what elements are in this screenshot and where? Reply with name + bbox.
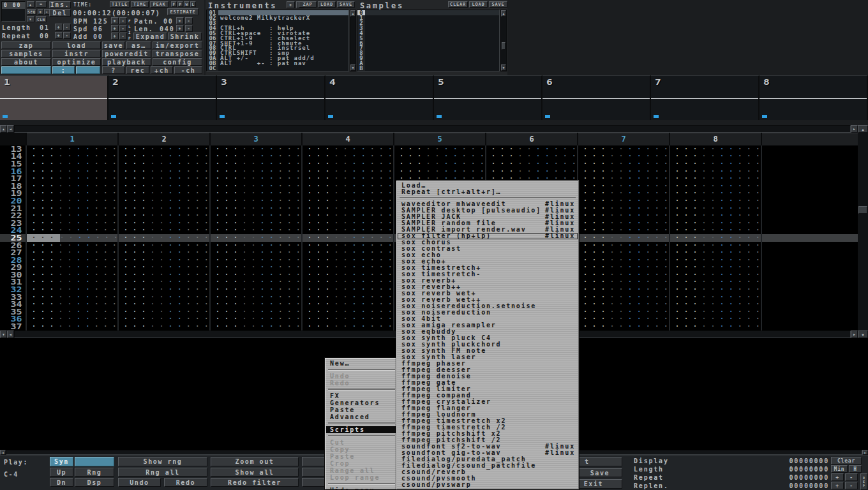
channel-header-3[interactable]: 3 bbox=[209, 133, 301, 145]
octave-up-button[interactable]: Up bbox=[50, 468, 73, 477]
pattern-cell-ch2[interactable]: ·········· bbox=[117, 160, 209, 168]
length-h-button[interactable]: H bbox=[849, 465, 862, 473]
pattern-cell-ch2[interactable]: ·········· bbox=[117, 227, 209, 235]
pattern-cell-ch8[interactable]: ·········· bbox=[669, 168, 761, 175]
pattern-cell-ch1[interactable]: ·········· bbox=[26, 145, 117, 153]
channel-header-4[interactable]: 4 bbox=[301, 133, 393, 145]
pattern-cell-ch2[interactable]: ·········· bbox=[117, 264, 209, 272]
save-as-button[interactable]: as… bbox=[126, 41, 151, 49]
pattern-cell-ch7[interactable]: ·········· bbox=[577, 308, 669, 316]
p-button[interactable]: P bbox=[177, 1, 183, 7]
order-down-button[interactable]: ▼ bbox=[27, 16, 34, 22]
pattern-cell-ch3[interactable]: ·········· bbox=[209, 293, 301, 301]
pattern-cell-ch6[interactable]: ·········· bbox=[485, 145, 577, 153]
pattern-cell-ch8[interactable]: ·········· bbox=[669, 279, 761, 286]
scroll-up-icon[interactable]: ▲ bbox=[501, 10, 506, 17]
sample-row[interactable]: A bbox=[357, 61, 499, 66]
pattern-cell-ch2[interactable]: ·········· bbox=[117, 190, 209, 198]
syn-aux-button[interactable] bbox=[75, 457, 114, 466]
pattern-cell-ch8[interactable]: ·········· bbox=[669, 160, 761, 168]
pattern-cell-ch7[interactable]: ·········· bbox=[577, 242, 669, 249]
pattern-cell-ch2[interactable]: ·········· bbox=[117, 234, 209, 242]
pattern-cell-ch7[interactable]: ·········· bbox=[577, 182, 669, 190]
menu-item-fx[interactable]: FX bbox=[326, 392, 397, 399]
pattern-cell-ch4[interactable]: ·········· bbox=[301, 323, 393, 330]
channel-scope-1[interactable]: 1 bbox=[0, 75, 108, 120]
estimate-button[interactable]: ESTIMATE bbox=[167, 8, 198, 15]
pattern-cell-ch8[interactable]: ·········· bbox=[669, 227, 761, 235]
poweredit-button[interactable]: poweredit bbox=[102, 50, 151, 57]
pattern-cell-ch2[interactable]: ·········· bbox=[117, 271, 209, 279]
channel-scope-5[interactable]: 5 bbox=[434, 75, 542, 120]
channel-header-7[interactable]: 7 bbox=[577, 133, 669, 145]
sample-row[interactable]: B bbox=[357, 66, 499, 71]
script-item-csound-pvswarp[interactable]: csound/pvswarp bbox=[398, 482, 578, 488]
pattern-cell-ch6[interactable]: ·········· bbox=[485, 168, 577, 175]
pattern-top-scrollbar[interactable]: ▲ ◀ ▶ bbox=[0, 125, 858, 133]
pattern-row-16[interactable]: 16······································… bbox=[0, 168, 858, 175]
sample-row[interactable]: 2 bbox=[357, 20, 499, 26]
instrument-row[interactable]: 0C bbox=[207, 66, 348, 71]
insert-order-button[interactable]: Ins. bbox=[49, 1, 71, 8]
pattern-cell-ch8[interactable]: ·········· bbox=[669, 234, 761, 242]
channel-header-6[interactable]: 6 bbox=[485, 133, 577, 145]
pattern-cell-ch3[interactable]: ·········· bbox=[209, 264, 301, 272]
menu-item-hide-menu[interactable]: Hide menu bbox=[326, 487, 397, 490]
pattern-cell-ch8[interactable]: ·········· bbox=[669, 182, 761, 190]
channel-scope-7[interactable]: 7 bbox=[651, 75, 760, 120]
scroll-right-icon[interactable]: ▶ bbox=[862, 450, 868, 455]
pattern-cell-ch2[interactable]: ·········· bbox=[117, 293, 209, 301]
save-sample-button[interactable]: Save bbox=[578, 468, 622, 477]
pattern-cell-ch3[interactable]: ·········· bbox=[209, 279, 301, 286]
sample-row[interactable]: 1 bbox=[357, 15, 499, 20]
save-button[interactable]: save bbox=[102, 41, 125, 49]
pattern-cell-ch7[interactable]: ·········· bbox=[577, 234, 669, 242]
pattern-cell-ch4[interactable]: ·········· bbox=[301, 264, 393, 272]
im-export-button[interactable]: im/export bbox=[153, 41, 202, 49]
playback-button[interactable]: playback bbox=[102, 58, 151, 66]
scroll-track[interactable] bbox=[858, 133, 868, 330]
pattern-cell-ch4[interactable]: ·········· bbox=[301, 212, 393, 219]
pattern-cell-ch3[interactable]: ·········· bbox=[209, 168, 301, 175]
pattern-cell-ch7[interactable]: ·········· bbox=[577, 264, 669, 272]
pattern-cell-ch1[interactable]: ·········· bbox=[26, 212, 117, 219]
pattern-cell-ch3[interactable]: ·········· bbox=[209, 271, 301, 279]
peak-toggle-button[interactable]: PEAK bbox=[150, 1, 168, 8]
pattern-cell-ch1[interactable]: ·········· bbox=[26, 264, 117, 272]
menu-item-loop-range[interactable]: Loop range bbox=[326, 474, 397, 481]
pattern-cell-ch1[interactable]: ·········· bbox=[26, 182, 117, 190]
pattern-cell-ch8[interactable]: ·········· bbox=[669, 190, 761, 198]
length-plus-button[interactable]: + bbox=[55, 24, 63, 31]
spd-plus-button[interactable]: + bbox=[111, 25, 119, 32]
channel-header-2[interactable]: 2 bbox=[117, 133, 209, 145]
instrument-plus-button[interactable]: + bbox=[287, 1, 295, 8]
octave-down-button[interactable]: Dn bbox=[50, 478, 73, 487]
menu-item-copy[interactable]: Copy bbox=[326, 446, 397, 453]
rng-button[interactable]: Rng bbox=[75, 468, 114, 477]
pattern-cell-ch5[interactable]: ·········· bbox=[393, 160, 485, 168]
shrink-button[interactable]: Shrink bbox=[168, 33, 202, 40]
pattern-cell-ch8[interactable]: ·········· bbox=[669, 264, 761, 272]
channel-header-5[interactable]: 5 bbox=[393, 133, 485, 145]
scroll-left-icon[interactable]: ◀ bbox=[7, 330, 14, 338]
menu-item-scripts[interactable]: Scripts bbox=[326, 426, 397, 433]
pattern-cell-ch1[interactable]: ·········· bbox=[26, 227, 117, 235]
pattern-cell-ch2[interactable]: ·········· bbox=[117, 242, 209, 249]
pattern-cell-ch2[interactable]: ·········· bbox=[117, 323, 209, 330]
f-button[interactable]: F bbox=[171, 1, 177, 7]
scroll-down-icon[interactable]: ▼ bbox=[858, 330, 868, 338]
pattern-cell-ch4[interactable]: ·········· bbox=[301, 205, 393, 212]
show-all-button[interactable]: Show all bbox=[211, 468, 299, 477]
config-button[interactable]: config bbox=[153, 58, 202, 66]
pattern-cell-ch8[interactable]: ·········· bbox=[669, 205, 761, 212]
pattern-cell-ch1[interactable]: ·········· bbox=[26, 168, 117, 175]
pattern-cell-ch8[interactable]: ·········· bbox=[669, 175, 761, 182]
pattern-cell-ch3[interactable]: ·········· bbox=[209, 197, 301, 205]
sample-row[interactable]: 8 bbox=[357, 50, 499, 56]
bpm-plus-button[interactable]: + bbox=[111, 17, 119, 24]
pattern-cell-ch8[interactable]: ·········· bbox=[669, 293, 761, 301]
pattern-cell-ch8[interactable]: ·········· bbox=[669, 256, 761, 264]
pattern-row-15[interactable]: 15······································… bbox=[0, 160, 858, 168]
pattern-cell-ch7[interactable]: ·········· bbox=[577, 279, 669, 286]
length-minus-button[interactable]: - bbox=[63, 24, 71, 31]
